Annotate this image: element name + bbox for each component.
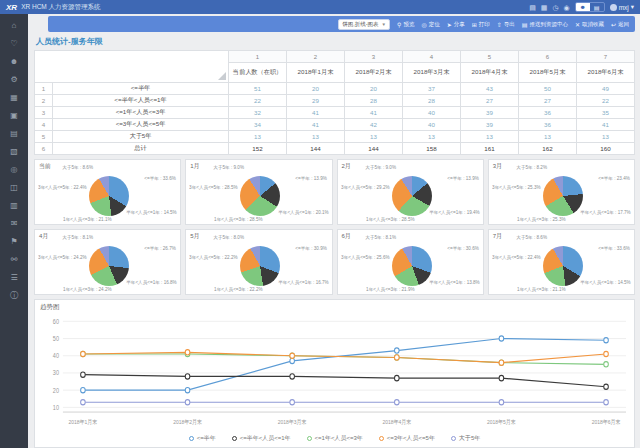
data-point bbox=[290, 374, 295, 379]
data-point bbox=[604, 338, 609, 343]
pie-7月 bbox=[543, 246, 583, 286]
pie-slice-label: 大于5年 : 8.1% bbox=[365, 234, 396, 240]
pie-slice-label: 大于5年 : 8.1% bbox=[62, 234, 93, 240]
cell-value: 13 bbox=[519, 131, 577, 143]
cell-value: 144 bbox=[287, 143, 345, 155]
legend-item-2[interactable]: <=1年<人员<=3年 bbox=[307, 434, 363, 443]
x-tick-label: 2018年6月末 bbox=[592, 418, 621, 426]
legend-item-1[interactable]: <=半年<人员<=1年 bbox=[232, 434, 291, 443]
pie-card-1月: 1月<=半年 : 13.9%半年<人员<=1年 : 20.1%1年<人员<=3年… bbox=[185, 159, 332, 225]
cell-value: 41 bbox=[287, 119, 345, 131]
folder-icon[interactable]: ◫ bbox=[0, 181, 28, 195]
clock-icon[interactable]: ◷ bbox=[552, 4, 558, 11]
print-button[interactable]: ⊞打印 bbox=[472, 21, 490, 28]
cell-value: 13 bbox=[403, 131, 461, 143]
pie-slice-label: 1年<人员<=3年 : 24.2% bbox=[63, 286, 111, 292]
pie-slice-label: 1年<人员<=3年 : 28.5% bbox=[366, 216, 414, 222]
cell-value: 162 bbox=[519, 143, 577, 155]
cell-value: 13 bbox=[461, 131, 519, 143]
calendar-icon[interactable]: ▤ bbox=[529, 4, 536, 11]
pie-chart-grid: 当前<=半年 : 33.6%半年<人员<=1年 : 14.5%1年<人员<=3年… bbox=[34, 159, 635, 295]
pie-slice-label: 大于5年 : 8.2% bbox=[516, 164, 547, 170]
chart-icon[interactable]: ▥ bbox=[0, 199, 28, 213]
favorite-icon[interactable]: ♡ bbox=[0, 37, 28, 51]
table-row: 6总计152144144158161162160 bbox=[35, 143, 635, 155]
export-button[interactable]: ⇧导出 bbox=[497, 21, 515, 28]
form-icon[interactable]: ▧ bbox=[0, 145, 28, 159]
user-name: mxj bbox=[619, 4, 629, 11]
cell-value: 20 bbox=[287, 83, 345, 95]
legend-label: <=半年<人员<=1年 bbox=[240, 434, 291, 443]
legend-label: <=3年<人员<=5年 bbox=[387, 434, 435, 443]
settings-icon[interactable]: ⚙ bbox=[0, 73, 28, 87]
cell-value: 160 bbox=[577, 143, 635, 155]
chart-type-select[interactable]: 饼图,折线-图表 ▼ bbox=[338, 19, 390, 30]
table-row: 4<=3年<人员<=5年34414240393641 bbox=[35, 119, 635, 131]
data-point bbox=[499, 360, 504, 365]
legend-item-3[interactable]: <=3年<人员<=5年 bbox=[379, 434, 435, 443]
pie-card-2月: 2月<=半年 : 13.9%半年<人员<=1年 : 19.4%1年<人员<=3年… bbox=[337, 159, 484, 225]
legend-label: <=半年 bbox=[197, 434, 216, 443]
topbar-actions: ▤▦◷◉ ☻▤ mxj ▾ bbox=[529, 2, 634, 12]
pie-slice-label: 半年<人员<=1年 : 16.8% bbox=[127, 279, 177, 285]
legend-marker bbox=[189, 436, 194, 441]
list-view-icon[interactable]: ▤ bbox=[590, 3, 604, 11]
data-point bbox=[81, 372, 86, 377]
home-icon[interactable]: ⌂ bbox=[0, 19, 28, 33]
app-shell: ⌂♡☻⚙▦▣▤▧◎◫▥✉⚑⚯☰ⓘ 饼图,折线-图表 ▼ ⚲预览◎定位➤分享⊞打印… bbox=[0, 14, 640, 448]
pie-slice-label: 1年<人员<=3年 : 25.3% bbox=[517, 216, 565, 222]
flag-icon[interactable]: ⚑ bbox=[0, 235, 28, 249]
building-icon[interactable]: ▦ bbox=[0, 91, 28, 105]
locate-button[interactable]: ◎定位 bbox=[421, 21, 439, 28]
user-view-icon[interactable]: ☻ bbox=[576, 3, 590, 11]
legend-marker bbox=[307, 436, 312, 441]
table-row: 3<=1年<人员<=3年32414140393635 bbox=[35, 107, 635, 119]
col-number: 5 bbox=[461, 51, 519, 63]
pie-slice-label: 1年<人员<=3年 : 21.1% bbox=[63, 216, 111, 222]
pie-slice-label: 3年<人员<=5年 : 28.5% bbox=[189, 184, 237, 190]
mail-icon[interactable]: ✉ bbox=[0, 217, 28, 231]
pie-slice-label: 大于5年 : 8.0% bbox=[214, 234, 245, 240]
user-icon[interactable]: ☻ bbox=[0, 55, 28, 69]
data-point bbox=[394, 400, 399, 405]
legend-item-4[interactable]: 大于5年 bbox=[451, 434, 480, 443]
preview-button[interactable]: ⚲预览 bbox=[397, 21, 414, 28]
pie-3月 bbox=[543, 176, 583, 216]
print-icon: ⊞ bbox=[472, 21, 477, 28]
apps-grid-icon[interactable]: ▦ bbox=[541, 4, 548, 11]
back-button[interactable]: ↩返回 bbox=[611, 21, 629, 28]
pie-slice-label: 半年<人员<=1年 : 16.7% bbox=[278, 279, 328, 285]
col-header: 2018年4月末 bbox=[461, 63, 519, 83]
page-title: 人员统计-服务年限 bbox=[36, 36, 635, 47]
pie-slice-label: 3年<人员<=5年 : 22.4% bbox=[38, 184, 86, 190]
report-icon[interactable]: ▤ bbox=[0, 127, 28, 141]
cell-value: 144 bbox=[345, 143, 403, 155]
chart-legend: <=半年<=半年<人员<=1年<=1年<人员<=3年<=3年<人员<=5年大于5… bbox=[35, 433, 634, 447]
unfavorite-button[interactable]: ✕取消收藏 bbox=[575, 21, 604, 28]
col-number: 6 bbox=[519, 51, 577, 63]
table-row: 1<=半年51202037435049 bbox=[35, 83, 635, 95]
dashboard-icon[interactable]: ▣ bbox=[0, 109, 28, 123]
cell-value: 41 bbox=[287, 107, 345, 119]
menu-icon[interactable]: ☰ bbox=[0, 271, 28, 285]
cell-value: 28 bbox=[345, 95, 403, 107]
legend-item-0[interactable]: <=半年 bbox=[189, 434, 216, 443]
target-icon[interactable]: ◎ bbox=[0, 163, 28, 177]
series-line bbox=[83, 339, 606, 391]
pie-slice-label: <=半年 : 13.9% bbox=[296, 175, 327, 181]
info-icon[interactable]: ⓘ bbox=[0, 289, 28, 303]
help-icon[interactable]: ◉ bbox=[564, 4, 570, 11]
user-menu[interactable]: mxj ▾ bbox=[610, 3, 634, 11]
pie-1月 bbox=[240, 176, 280, 216]
pie-slice-label: 大于5年 : 9.0% bbox=[365, 164, 396, 170]
toolbar-button-group: ⚲预览◎定位➤分享⊞打印⇧导出▤推送到资源中心✕取消收藏↩返回 bbox=[397, 21, 629, 28]
push-to-resource-button[interactable]: ▤推送到资源中心 bbox=[522, 21, 568, 28]
cell-value: 42 bbox=[345, 119, 403, 131]
share-button[interactable]: ➤分享 bbox=[447, 21, 465, 28]
view-segment-control[interactable]: ☻▤ bbox=[575, 2, 605, 12]
cell-value: 27 bbox=[461, 95, 519, 107]
legend-label: <=1年<人员<=3年 bbox=[315, 434, 363, 443]
legend-marker bbox=[451, 436, 456, 441]
col-header: 2018年6月末 bbox=[577, 63, 635, 83]
link-icon[interactable]: ⚯ bbox=[0, 253, 28, 267]
